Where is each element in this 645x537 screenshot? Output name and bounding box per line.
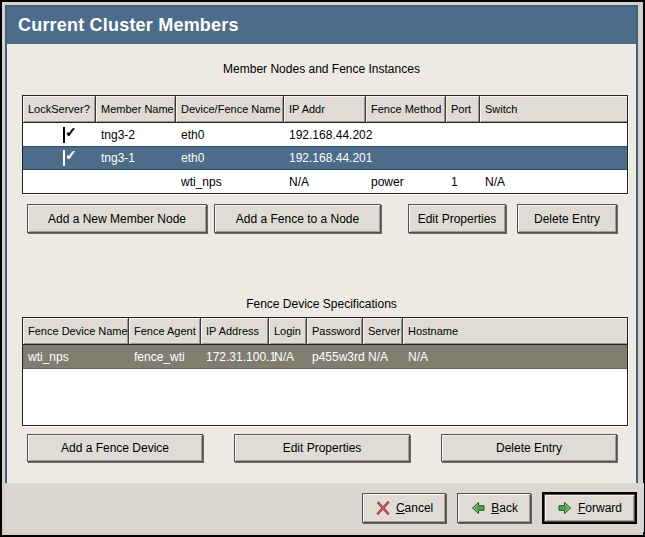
edit-properties-button[interactable]: Edit Properties xyxy=(408,204,506,233)
col-header-server[interactable]: Server xyxy=(363,318,403,344)
dialog-window: Current Cluster Members Member Nodes and… xyxy=(0,0,645,537)
add-fence-device-button[interactable]: Add a Fence Device xyxy=(27,434,203,462)
port-cell: 1 xyxy=(446,175,480,189)
col-header-member-name[interactable]: Member Name xyxy=(96,96,176,122)
delete-entry-button[interactable]: Delete Entry xyxy=(441,434,617,462)
ip-addr-cell: N/A xyxy=(284,175,366,189)
fence-device-row-wti-nps-selected[interactable]: wti_nps fence_wti 172.31.100.1 N/A p455w… xyxy=(23,345,627,369)
fence-device-name-cell: wti_nps xyxy=(23,350,129,364)
back-button[interactable]: Back xyxy=(457,493,531,523)
member-table-header: LockServer? Member Name Device/Fence Nam… xyxy=(23,96,627,123)
col-header-lockserver[interactable]: LockServer? xyxy=(23,96,96,122)
password-cell: p455w3rd xyxy=(307,350,363,364)
member-name-cell: tng3-1 xyxy=(96,151,176,165)
cancel-button[interactable]: Cancel xyxy=(362,493,446,523)
login-cell: N/A xyxy=(269,350,307,364)
member-row-tng3-1-selected[interactable]: tng3-1 eth0 192.168.44.201 xyxy=(23,146,627,170)
fence-devices-table: Fence Device Name Fence Agent IP Address… xyxy=(22,317,628,426)
fence-agent-cell: fence_wti xyxy=(129,350,201,364)
add-new-member-node-button[interactable]: Add a New Member Node xyxy=(27,204,207,233)
col-header-hostname[interactable]: Hostname xyxy=(403,318,627,344)
col-header-fence-method[interactable]: Fence Method xyxy=(366,96,446,122)
content-area: Member Nodes and Fence Instances LockSer… xyxy=(7,62,636,462)
lockserver-checkbox[interactable] xyxy=(63,127,65,143)
forward-arrow-icon xyxy=(557,500,573,516)
page-title: Current Cluster Members xyxy=(18,15,239,36)
lockserver-cell xyxy=(23,128,96,142)
member-nodes-table: LockServer? Member Name Device/Fence Nam… xyxy=(22,95,628,194)
ip-addr-cell: 192.168.44.201 xyxy=(284,151,366,165)
fence-instance-row-wti-nps[interactable]: wti_nps N/A power 1 N/A xyxy=(23,170,627,193)
back-label: Back xyxy=(491,501,518,515)
lockserver-checkbox[interactable] xyxy=(63,150,65,166)
member-table-actions: Add a New Member Node Add a Fence to a N… xyxy=(27,204,617,233)
edit-properties-button[interactable]: Edit Properties xyxy=(234,434,410,462)
col-header-switch[interactable]: Switch xyxy=(480,96,627,122)
cancel-label: Cancel xyxy=(396,501,433,515)
device-fence-name-cell: eth0 xyxy=(176,128,284,142)
member-name-cell: tng3-2 xyxy=(96,128,176,142)
title-bar: Current Cluster Members xyxy=(7,7,636,44)
col-header-login[interactable]: Login xyxy=(269,318,307,344)
lockserver-cell xyxy=(23,151,96,165)
col-header-password[interactable]: Password xyxy=(307,318,363,344)
fence-table-empty-area[interactable] xyxy=(23,369,627,425)
footer-action-bar: Cancel Back Forward xyxy=(5,483,644,532)
fence-table-header: Fence Device Name Fence Agent IP Address… xyxy=(23,318,627,345)
forward-button-default-ring: Forward xyxy=(542,492,637,524)
hostname-cell: N/A xyxy=(403,350,627,364)
device-fence-name-cell: wti_nps xyxy=(176,175,284,189)
col-header-ip-addr[interactable]: IP Addr xyxy=(284,96,366,122)
switch-cell: N/A xyxy=(480,175,627,189)
member-table-caption: Member Nodes and Fence Instances xyxy=(7,62,636,77)
forward-button[interactable]: Forward xyxy=(544,494,635,522)
fence-table-actions: Add a Fence Device Edit Properties Delet… xyxy=(27,434,617,462)
cancel-x-icon xyxy=(375,500,391,516)
col-header-fence-device-name[interactable]: Fence Device Name xyxy=(23,318,129,344)
fence-method-cell: power xyxy=(366,175,446,189)
col-header-device-fence-name[interactable]: Device/Fence Name xyxy=(176,96,284,122)
add-fence-to-node-button[interactable]: Add a Fence to a Node xyxy=(214,204,381,233)
delete-entry-button[interactable]: Delete Entry xyxy=(517,204,617,233)
main-panel: Current Cluster Members Member Nodes and… xyxy=(5,5,638,486)
server-cell: N/A xyxy=(363,350,403,364)
col-header-port[interactable]: Port xyxy=(446,96,480,122)
forward-label: Forward xyxy=(578,501,622,515)
ip-address-cell: 172.31.100.1 xyxy=(201,350,269,364)
fence-table-caption: Fence Device Specifications xyxy=(7,297,636,312)
back-arrow-icon xyxy=(470,500,486,516)
col-header-fence-agent[interactable]: Fence Agent xyxy=(129,318,201,344)
ip-addr-cell: 192.168.44.202 xyxy=(284,128,366,142)
member-row-tng3-2[interactable]: tng3-2 eth0 192.168.44.202 xyxy=(23,123,627,146)
col-header-ip-address[interactable]: IP Address xyxy=(201,318,269,344)
device-fence-name-cell: eth0 xyxy=(176,151,284,165)
